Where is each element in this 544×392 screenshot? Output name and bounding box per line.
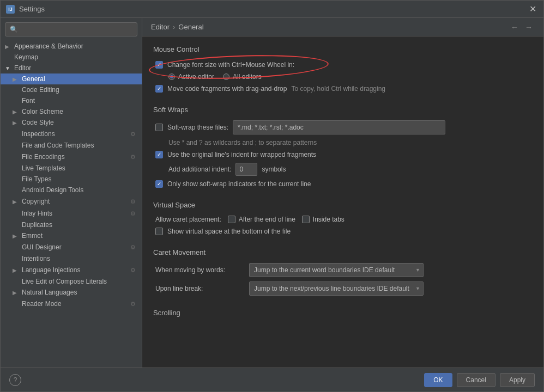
sidebar-item-reader-mode[interactable]: Reader Mode ⚙ bbox=[1, 298, 142, 310]
breadcrumb-bar: Editor › General ← → bbox=[142, 18, 543, 36]
sidebar-item-emmet[interactable]: ▶ Emmet bbox=[1, 230, 142, 241]
after-end-label: After the end of line bbox=[239, 216, 295, 223]
sidebar-item-label: Editor bbox=[14, 64, 137, 72]
show-virtual-space-row: Show virtual space at the bottom of the … bbox=[153, 228, 533, 235]
only-show-indicators-checkbox[interactable] bbox=[155, 180, 163, 188]
inside-tabs-option[interactable]: Inside tabs bbox=[302, 216, 344, 223]
after-end-option[interactable]: After the end of line bbox=[228, 216, 295, 223]
sidebar-item-appearance[interactable]: ▶ Appearance & Behavior bbox=[1, 41, 142, 52]
scrolling-section-title: Scrolling bbox=[153, 309, 533, 317]
gear-icon: ⚙ bbox=[129, 266, 137, 274]
inside-tabs-label: Inside tabs bbox=[313, 216, 344, 223]
search-icon: 🔍 bbox=[10, 26, 18, 33]
mouse-control-section-title: Mouse Control bbox=[153, 45, 533, 53]
sidebar-item-file-encodings[interactable]: File Encodings ⚙ bbox=[1, 151, 142, 163]
use-original-indent-checkbox[interactable] bbox=[155, 151, 163, 158]
sidebar-item-label: Inspections bbox=[22, 130, 129, 138]
sidebar-item-live-edit-compose[interactable]: Live Edit of Compose Literals bbox=[1, 276, 142, 287]
moving-by-words-select[interactable]: Jump to the current word boundaries IDE … bbox=[249, 263, 424, 277]
sidebar-item-label: File Encodings bbox=[22, 153, 129, 161]
search-box[interactable]: 🔍 bbox=[5, 22, 137, 36]
sidebar-item-label: Live Templates bbox=[22, 164, 137, 172]
line-break-select[interactable]: Jump to the next/previous line boundarie… bbox=[249, 281, 424, 296]
all-editors-option[interactable]: All editors bbox=[223, 73, 262, 81]
sidebar-item-code-style[interactable]: ▶ Code Style bbox=[1, 117, 142, 128]
sidebar-item-editor[interactable]: ▼ Editor bbox=[1, 63, 142, 74]
sidebar-item-code-editing[interactable]: Code Editing bbox=[1, 84, 142, 95]
soft-wrap-hint: Use * and ? as wildcards and ; to separa… bbox=[153, 139, 533, 146]
sidebar-item-copyright[interactable]: ▶ Copyright ⚙ bbox=[1, 195, 142, 207]
help-button[interactable]: ? bbox=[9, 374, 21, 386]
sidebar-item-intentions[interactable]: Intentions bbox=[1, 253, 142, 264]
close-button[interactable]: ✕ bbox=[527, 4, 538, 15]
gear-icon: ⚙ bbox=[129, 197, 137, 206]
sidebar-item-inlay-hints[interactable]: Inlay Hints ⚙ bbox=[1, 207, 142, 219]
sidebar-item-label: Code Editing bbox=[22, 86, 137, 94]
move-code-checkbox[interactable] bbox=[155, 85, 163, 93]
breadcrumb-parent: Editor bbox=[151, 23, 170, 31]
caret-movement-section-title: Caret Movement bbox=[153, 248, 533, 256]
active-editor-radio[interactable] bbox=[168, 74, 175, 80]
sidebar-item-android-design[interactable]: Android Design Tools bbox=[1, 185, 142, 195]
inside-tabs-checkbox[interactable] bbox=[302, 216, 310, 223]
ok-button[interactable]: OK bbox=[424, 373, 452, 387]
sidebar-item-label: Emmet bbox=[22, 232, 137, 240]
sidebar-item-label: Keymap bbox=[14, 53, 137, 61]
sidebar-item-gui-designer[interactable]: GUI Designer ⚙ bbox=[1, 241, 142, 253]
sidebar-item-inspections[interactable]: Inspections ⚙ bbox=[1, 128, 142, 140]
sidebar-item-keymap[interactable]: Keymap bbox=[1, 52, 142, 63]
sidebar-item-label: Font bbox=[22, 97, 137, 105]
show-virtual-space-label: Show virtual space at the bottom of the … bbox=[167, 228, 291, 235]
sidebar-item-live-templates[interactable]: Live Templates bbox=[1, 163, 142, 174]
all-editors-label: All editors bbox=[233, 73, 262, 81]
radio-group-editor-scope: Active editor All editors bbox=[153, 73, 533, 81]
add-indent-input[interactable] bbox=[235, 163, 257, 176]
use-original-indent-label: Use the original line's indent for wrapp… bbox=[167, 151, 316, 158]
nav-back-button[interactable]: ← bbox=[509, 21, 521, 33]
active-editor-label: Active editor bbox=[178, 73, 214, 81]
sidebar-item-language-injections[interactable]: ▶ Language Injections ⚙ bbox=[1, 264, 142, 276]
breadcrumb: Editor › General bbox=[151, 23, 204, 31]
gear-icon: ⚙ bbox=[129, 130, 137, 138]
sidebar-item-label: Inlay Hints bbox=[22, 210, 129, 217]
sidebar-item-color-scheme[interactable]: ▶ Color Scheme bbox=[1, 106, 142, 117]
sidebar-item-label: Reader Mode bbox=[22, 300, 129, 308]
sidebar-item-file-types[interactable]: File Types bbox=[1, 174, 142, 185]
sidebar-item-font[interactable]: Font bbox=[1, 95, 142, 106]
active-editor-option[interactable]: Active editor bbox=[168, 73, 214, 81]
line-break-row: Upon line break: Jump to the next/previo… bbox=[153, 281, 533, 296]
soft-wraps-section-title: Soft Wraps bbox=[153, 106, 533, 114]
change-font-size-label: Change font size with Ctrl+Mouse Wheel i… bbox=[167, 61, 294, 69]
gear-icon: ⚙ bbox=[129, 209, 137, 218]
window-title: Settings bbox=[19, 5, 527, 13]
cancel-button[interactable]: Cancel bbox=[457, 373, 495, 387]
sidebar-item-label: Copyright bbox=[22, 198, 129, 205]
sidebar-item-label: File and Code Templates bbox=[22, 142, 137, 149]
moving-by-words-select-wrapper: Jump to the current word boundaries IDE … bbox=[249, 263, 424, 277]
all-editors-radio[interactable] bbox=[223, 74, 229, 80]
sidebar-item-file-code-templates[interactable]: File and Code Templates bbox=[1, 140, 142, 151]
sidebar-item-duplicates[interactable]: Duplicates bbox=[1, 219, 142, 230]
sidebar-item-label: Duplicates bbox=[22, 221, 137, 229]
after-end-checkbox[interactable] bbox=[228, 216, 235, 223]
search-input[interactable] bbox=[21, 26, 132, 33]
nav-forward-button[interactable]: → bbox=[523, 21, 535, 33]
add-indent-row: Add additional indent: symbols bbox=[153, 163, 533, 176]
breadcrumb-current: General bbox=[178, 23, 203, 31]
gear-icon: ⚙ bbox=[129, 299, 137, 308]
sidebar-item-natural-languages[interactable]: ▶ Natural Languages bbox=[1, 287, 142, 298]
dialog-buttons: OK Cancel Apply bbox=[424, 373, 535, 387]
line-break-label: Upon line break: bbox=[155, 285, 243, 292]
add-indent-label: Add additional indent: bbox=[168, 166, 231, 173]
apply-button[interactable]: Apply bbox=[500, 373, 535, 387]
main-panel: Editor › General ← → Mouse Control Cha bbox=[142, 18, 543, 367]
nav-arrows: ← → bbox=[509, 21, 535, 33]
sidebar-item-label: Android Design Tools bbox=[22, 186, 137, 194]
change-font-size-checkbox[interactable] bbox=[155, 61, 163, 69]
soft-wrap-files-checkbox[interactable] bbox=[155, 124, 163, 131]
move-code-hint: To copy, hold Ctrl while dragging bbox=[291, 85, 385, 93]
show-virtual-space-checkbox[interactable] bbox=[155, 228, 163, 235]
gear-icon: ⚙ bbox=[129, 243, 137, 252]
sidebar-item-general[interactable]: ▶ General bbox=[1, 74, 142, 84]
soft-wrap-files-input[interactable] bbox=[233, 120, 445, 134]
